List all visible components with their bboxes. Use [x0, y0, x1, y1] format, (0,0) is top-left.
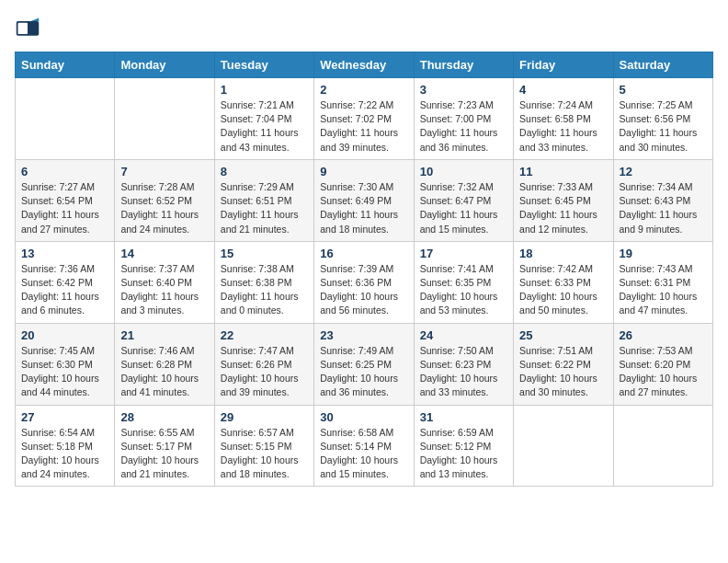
weekday-header: Saturday — [613, 52, 712, 78]
weekday-header: Sunday — [16, 52, 115, 78]
day-info: Sunrise: 6:58 AM Sunset: 5:14 PM Dayligh… — [320, 426, 407, 482]
calendar-cell: 26Sunrise: 7:53 AM Sunset: 6:20 PM Dayli… — [613, 323, 712, 405]
calendar-cell: 27Sunrise: 6:54 AM Sunset: 5:18 PM Dayli… — [16, 405, 115, 487]
calendar-header: SundayMondayTuesdayWednesdayThursdayFrid… — [16, 52, 713, 78]
calendar-week-row: 27Sunrise: 6:54 AM Sunset: 5:18 PM Dayli… — [16, 405, 713, 487]
day-number: 6 — [21, 165, 108, 178]
day-info: Sunrise: 7:27 AM Sunset: 6:54 PM Dayligh… — [21, 180, 108, 236]
day-number: 14 — [120, 247, 208, 260]
day-number: 18 — [519, 247, 607, 260]
day-number: 15 — [221, 247, 308, 260]
day-info: Sunrise: 7:37 AM Sunset: 6:40 PM Dayligh… — [120, 262, 208, 318]
calendar-week-row: 6Sunrise: 7:27 AM Sunset: 6:54 PM Daylig… — [16, 159, 713, 241]
day-number: 16 — [320, 247, 407, 260]
day-number: 7 — [120, 165, 208, 178]
day-info: Sunrise: 7:23 AM Sunset: 7:00 PM Dayligh… — [420, 98, 507, 155]
calendar-week-row: 1Sunrise: 7:21 AM Sunset: 7:04 PM Daylig… — [16, 78, 713, 160]
day-number: 17 — [420, 247, 507, 260]
day-info: Sunrise: 6:57 AM Sunset: 5:15 PM Dayligh… — [221, 426, 308, 482]
calendar-week-row: 20Sunrise: 7:45 AM Sunset: 6:30 PM Dayli… — [16, 323, 713, 405]
day-number: 2 — [320, 83, 407, 97]
calendar-cell: 21Sunrise: 7:46 AM Sunset: 6:28 PM Dayli… — [115, 323, 214, 405]
day-number: 13 — [21, 247, 108, 260]
page-header — [15, 15, 713, 40]
calendar-cell: 8Sunrise: 7:29 AM Sunset: 6:51 PM Daylig… — [214, 159, 313, 241]
calendar-cell: 28Sunrise: 6:55 AM Sunset: 5:17 PM Dayli… — [115, 405, 214, 487]
day-info: Sunrise: 7:53 AM Sunset: 6:20 PM Dayligh… — [620, 344, 707, 400]
calendar-cell: 29Sunrise: 6:57 AM Sunset: 5:15 PM Dayli… — [214, 405, 313, 487]
weekday-header: Monday — [115, 52, 214, 78]
calendar-cell — [514, 405, 613, 487]
calendar-cell: 14Sunrise: 7:37 AM Sunset: 6:40 PM Dayli… — [115, 241, 214, 323]
calendar-cell: 20Sunrise: 7:45 AM Sunset: 6:30 PM Dayli… — [16, 323, 115, 405]
day-info: Sunrise: 6:59 AM Sunset: 5:12 PM Dayligh… — [420, 426, 507, 482]
calendar-cell: 19Sunrise: 7:43 AM Sunset: 6:31 PM Dayli… — [613, 241, 712, 323]
day-number: 22 — [221, 328, 308, 342]
day-number: 19 — [620, 247, 707, 260]
calendar-cell: 24Sunrise: 7:50 AM Sunset: 6:23 PM Dayli… — [414, 323, 513, 405]
calendar-cell: 1Sunrise: 7:21 AM Sunset: 7:04 PM Daylig… — [214, 78, 313, 160]
day-info: Sunrise: 7:49 AM Sunset: 6:25 PM Dayligh… — [320, 344, 407, 400]
day-info: Sunrise: 6:55 AM Sunset: 5:17 PM Dayligh… — [120, 426, 208, 482]
day-number: 12 — [620, 165, 707, 178]
day-number: 4 — [519, 83, 607, 97]
day-number: 8 — [221, 165, 308, 178]
day-number: 11 — [519, 165, 607, 178]
day-info: Sunrise: 7:28 AM Sunset: 6:52 PM Dayligh… — [120, 180, 208, 236]
day-number: 23 — [320, 328, 407, 342]
calendar-cell: 6Sunrise: 7:27 AM Sunset: 6:54 PM Daylig… — [16, 159, 115, 241]
day-number: 20 — [21, 328, 108, 342]
logo-icon — [15, 15, 40, 40]
calendar-cell: 12Sunrise: 7:34 AM Sunset: 6:43 PM Dayli… — [613, 159, 712, 241]
calendar-cell: 18Sunrise: 7:42 AM Sunset: 6:33 PM Dayli… — [514, 241, 613, 323]
day-info: Sunrise: 7:25 AM Sunset: 6:56 PM Dayligh… — [620, 98, 707, 155]
day-number: 25 — [519, 328, 607, 342]
day-info: Sunrise: 7:22 AM Sunset: 7:02 PM Dayligh… — [320, 98, 407, 155]
calendar-cell — [115, 78, 214, 160]
day-info: Sunrise: 7:34 AM Sunset: 6:43 PM Dayligh… — [620, 180, 707, 236]
day-info: Sunrise: 7:33 AM Sunset: 6:45 PM Dayligh… — [519, 180, 607, 236]
calendar-cell: 31Sunrise: 6:59 AM Sunset: 5:12 PM Dayli… — [414, 405, 513, 487]
calendar-cell — [16, 78, 115, 160]
day-info: Sunrise: 7:36 AM Sunset: 6:42 PM Dayligh… — [21, 262, 108, 318]
logo — [15, 15, 42, 40]
day-info: Sunrise: 7:45 AM Sunset: 6:30 PM Dayligh… — [21, 344, 108, 400]
calendar-cell: 25Sunrise: 7:51 AM Sunset: 6:22 PM Dayli… — [514, 323, 613, 405]
day-number: 5 — [620, 83, 707, 97]
svg-marker-1 — [31, 18, 40, 22]
day-number: 28 — [120, 410, 208, 424]
day-number: 9 — [320, 165, 407, 178]
day-info: Sunrise: 7:47 AM Sunset: 6:26 PM Dayligh… — [221, 344, 308, 400]
calendar-cell: 17Sunrise: 7:41 AM Sunset: 6:35 PM Dayli… — [414, 241, 513, 323]
weekday-header: Wednesday — [314, 52, 414, 78]
day-info: Sunrise: 7:32 AM Sunset: 6:47 PM Dayligh… — [420, 180, 507, 236]
calendar-week-row: 13Sunrise: 7:36 AM Sunset: 6:42 PM Dayli… — [16, 241, 713, 323]
calendar-cell — [613, 405, 712, 487]
day-info: Sunrise: 7:41 AM Sunset: 6:35 PM Dayligh… — [420, 262, 507, 318]
calendar-cell: 16Sunrise: 7:39 AM Sunset: 6:36 PM Dayli… — [314, 241, 414, 323]
day-info: Sunrise: 7:24 AM Sunset: 6:58 PM Dayligh… — [519, 98, 607, 155]
weekday-header: Thursday — [414, 52, 513, 78]
day-info: Sunrise: 7:50 AM Sunset: 6:23 PM Dayligh… — [420, 344, 507, 400]
weekday-header: Tuesday — [214, 52, 313, 78]
calendar-cell: 30Sunrise: 6:58 AM Sunset: 5:14 PM Dayli… — [314, 405, 414, 487]
calendar-cell: 10Sunrise: 7:32 AM Sunset: 6:47 PM Dayli… — [414, 159, 513, 241]
day-info: Sunrise: 7:30 AM Sunset: 6:49 PM Dayligh… — [320, 180, 407, 236]
day-number: 29 — [221, 410, 308, 424]
day-info: Sunrise: 7:29 AM Sunset: 6:51 PM Dayligh… — [221, 180, 308, 236]
calendar-cell: 7Sunrise: 7:28 AM Sunset: 6:52 PM Daylig… — [115, 159, 214, 241]
day-number: 31 — [420, 410, 507, 424]
calendar-cell: 5Sunrise: 7:25 AM Sunset: 6:56 PM Daylig… — [613, 78, 712, 160]
day-number: 27 — [21, 410, 108, 424]
calendar-cell: 9Sunrise: 7:30 AM Sunset: 6:49 PM Daylig… — [314, 159, 414, 241]
svg-rect-2 — [18, 23, 28, 34]
calendar-cell: 3Sunrise: 7:23 AM Sunset: 7:00 PM Daylig… — [414, 78, 513, 160]
day-info: Sunrise: 7:21 AM Sunset: 7:04 PM Dayligh… — [221, 98, 308, 155]
weekday-header: Friday — [514, 52, 613, 78]
calendar-table: SundayMondayTuesdayWednesdayThursdayFrid… — [15, 52, 713, 487]
calendar-cell: 4Sunrise: 7:24 AM Sunset: 6:58 PM Daylig… — [514, 78, 613, 160]
calendar-cell: 23Sunrise: 7:49 AM Sunset: 6:25 PM Dayli… — [314, 323, 414, 405]
day-number: 10 — [420, 165, 507, 178]
day-number: 26 — [620, 328, 707, 342]
day-info: Sunrise: 7:39 AM Sunset: 6:36 PM Dayligh… — [320, 262, 407, 318]
